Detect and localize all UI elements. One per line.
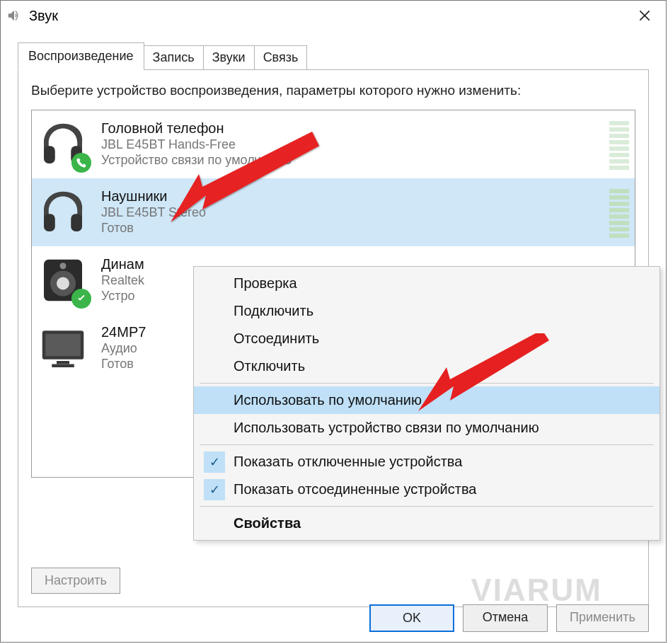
svg-rect-11 bbox=[52, 364, 74, 367]
device-sub2: Устройство связи по умолчанию bbox=[101, 152, 604, 168]
ctx-separator bbox=[200, 444, 654, 445]
ctx-label: Показать отключенные устройства bbox=[234, 454, 462, 469]
apply-button[interactable]: Применить bbox=[556, 604, 649, 632]
ctx-properties[interactable]: Свойства bbox=[194, 510, 660, 537]
device-text: Головной телефон JBL E45BT Hands-Free Ус… bbox=[101, 120, 604, 168]
ctx-connect[interactable]: Подключить bbox=[194, 297, 660, 325]
svg-rect-0 bbox=[44, 146, 55, 163]
ctx-label: Показать отсоединенные устройства bbox=[234, 481, 476, 497]
dialog-buttons: OK Отмена Применить bbox=[369, 604, 649, 632]
ctx-show-disabled[interactable]: ✓ Показать отключенные устройства bbox=[194, 448, 660, 476]
device-sub2: Готов bbox=[101, 220, 604, 236]
ctx-show-disconnected[interactable]: ✓ Показать отсоединенные устройства bbox=[194, 476, 660, 503]
svg-point-7 bbox=[60, 263, 67, 269]
titlebar: Звук bbox=[1, 1, 666, 30]
tab-playback[interactable]: Воспроизведение bbox=[18, 42, 144, 70]
device-sub1: JBL E45BT Hands-Free bbox=[101, 137, 604, 153]
window-title: Звук bbox=[29, 8, 58, 24]
svg-rect-10 bbox=[57, 361, 69, 364]
device-title: Головной телефон bbox=[101, 120, 604, 137]
sound-dialog: Звук Воспроизведение Запись Звуки Связь … bbox=[0, 0, 667, 643]
device-sub1: JBL E45BT Stereo bbox=[101, 205, 604, 221]
tab-recording[interactable]: Запись bbox=[144, 45, 204, 70]
ctx-test[interactable]: Проверка bbox=[194, 270, 660, 297]
ctx-disconnect[interactable]: Отсоединить bbox=[194, 325, 660, 352]
close-button[interactable] bbox=[629, 4, 660, 27]
device-item[interactable]: Головной телефон JBL E45BT Hands-Free Ус… bbox=[32, 110, 635, 178]
speaker-icon bbox=[38, 255, 88, 306]
ctx-set-default[interactable]: Использовать по умолчанию bbox=[194, 386, 660, 414]
ctx-set-default-comm[interactable]: Использовать устройство связи по умолчан… bbox=[194, 414, 660, 442]
phone-badge-icon bbox=[71, 153, 91, 173]
ctx-separator bbox=[200, 506, 654, 507]
svg-rect-9 bbox=[45, 333, 81, 356]
svg-rect-3 bbox=[71, 214, 82, 231]
headset-icon bbox=[38, 187, 88, 238]
level-meter bbox=[609, 187, 629, 238]
tabstrip: Воспроизведение Запись Звуки Связь bbox=[18, 43, 666, 70]
svg-rect-2 bbox=[44, 214, 55, 231]
device-text: Наушники JBL E45BT Stereo Готов bbox=[101, 188, 604, 236]
ok-button[interactable]: OK bbox=[369, 604, 454, 632]
panel-bottom-row: Настроить bbox=[31, 568, 635, 594]
svg-point-6 bbox=[57, 277, 69, 289]
sound-icon bbox=[6, 8, 22, 23]
monitor-icon bbox=[38, 323, 88, 374]
check-badge-icon bbox=[71, 289, 91, 309]
instruction-text: Выберите устройство воспроизведения, пар… bbox=[31, 81, 635, 100]
cancel-button[interactable]: Отмена bbox=[463, 604, 548, 632]
ctx-disable[interactable]: Отключить bbox=[194, 352, 660, 380]
ctx-separator bbox=[200, 383, 654, 384]
context-menu: Проверка Подключить Отсоединить Отключит… bbox=[193, 266, 660, 541]
headset-icon bbox=[38, 119, 88, 170]
configure-button[interactable]: Настроить bbox=[31, 568, 120, 594]
device-item[interactable]: Наушники JBL E45BT Stereo Готов bbox=[32, 178, 635, 246]
check-icon: ✓ bbox=[204, 479, 225, 500]
tab-sounds[interactable]: Звуки bbox=[203, 45, 255, 70]
check-icon: ✓ bbox=[204, 452, 225, 473]
device-title: Наушники bbox=[101, 188, 604, 205]
level-meter bbox=[609, 119, 629, 170]
tab-communications[interactable]: Связь bbox=[254, 45, 308, 70]
